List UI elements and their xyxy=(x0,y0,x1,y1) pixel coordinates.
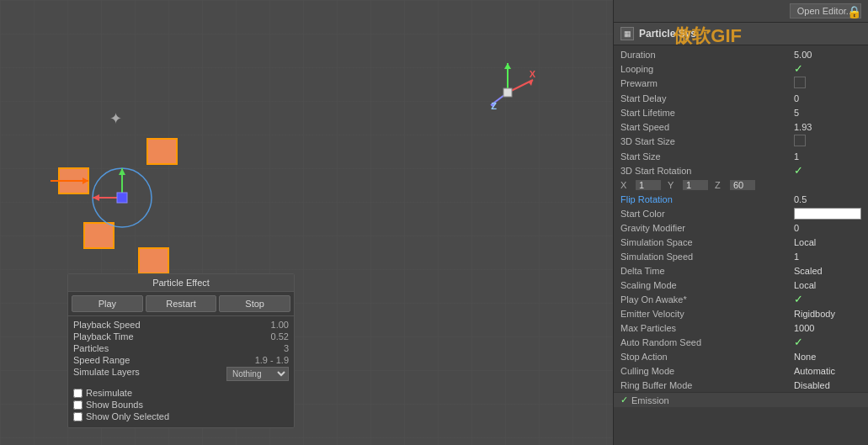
flip-rotation-label: Flip Rotation xyxy=(620,194,794,204)
speed-range-label: Speed Range xyxy=(73,355,130,365)
svg-marker-17 xyxy=(93,194,99,201)
gravity-modifier-value[interactable]: 0 xyxy=(794,223,861,233)
start-color-row: Start Color xyxy=(614,206,868,220)
particle-panel-title: Particle Effect xyxy=(68,274,294,292)
transform-gizmo xyxy=(88,164,156,233)
playback-time-label: Playback Time xyxy=(73,331,134,342)
resimulate-label: Resimulate xyxy=(86,388,132,398)
looping-label: Looping xyxy=(620,64,794,74)
delta-time-row: Delta Time Scaled xyxy=(614,263,868,278)
max-particles-row: Max Particles 1000 xyxy=(614,321,868,335)
simulation-speed-value[interactable]: 1 xyxy=(794,252,861,262)
start-speed-value[interactable]: 1.93 xyxy=(794,122,861,132)
culling-mode-value[interactable]: Automatic xyxy=(794,366,861,376)
play-on-awake-row: Play On Awake* ✓ xyxy=(614,292,868,306)
viewport: X Z < Persp ✦ xyxy=(0,0,613,445)
right-top-bar: Open Editor... xyxy=(614,0,868,23)
3d-start-rotation-row: 3D Start Rotation ✓ xyxy=(614,163,868,177)
duration-value[interactable]: 5.00 xyxy=(794,50,861,60)
ring-buffer-mode-value[interactable]: Disabled xyxy=(794,380,861,390)
ring-buffer-mode-label: Ring Buffer Mode xyxy=(620,380,794,390)
looping-check[interactable]: ✓ xyxy=(794,62,861,75)
svg-rect-12 xyxy=(139,248,168,273)
show-bounds-checkbox[interactable] xyxy=(73,400,83,410)
emitter-velocity-label: Emitter Velocity xyxy=(620,309,794,319)
show-only-selected-checkbox[interactable] xyxy=(73,412,83,421)
simulation-space-value[interactable]: Local xyxy=(794,237,861,247)
scaling-mode-value[interactable]: Local xyxy=(794,280,861,290)
gravity-modifier-row: Gravity Modifier 0 xyxy=(614,220,868,235)
svg-rect-18 xyxy=(117,193,127,203)
3d-start-rotation-check[interactable]: ✓ xyxy=(794,164,861,177)
right-panel: Open Editor... 🔒 ▦ Particle Sys 傲软GIF Du… xyxy=(613,0,868,445)
restart-button[interactable]: Restart xyxy=(146,295,217,312)
particle-rows: Playback Speed 1.00 Playback Time 0.52 P… xyxy=(68,316,294,384)
simulate-layers-select[interactable]: Nothing Everything xyxy=(226,367,289,381)
prewarm-label: Prewarm xyxy=(620,78,794,88)
ps-title: Particle Sys xyxy=(639,28,696,40)
culling-mode-label: Culling Mode xyxy=(620,366,794,376)
play-button[interactable]: Play xyxy=(72,295,143,312)
ring-buffer-mode-row: Ring Buffer Mode Disabled xyxy=(614,378,868,392)
svg-rect-6 xyxy=(503,88,512,97)
simulate-layers-row: Simulate Layers Nothing Everything xyxy=(73,366,289,382)
3d-start-rotation-label: 3D Start Rotation xyxy=(620,166,794,176)
stop-action-label: Stop Action xyxy=(620,352,794,362)
xyz-row: X 1 Y 1 Z 60 xyxy=(614,177,868,192)
show-only-selected-row: Show Only Selected xyxy=(73,411,289,422)
emission-row[interactable]: ✓ Emission xyxy=(614,392,868,407)
flip-rotation-value[interactable]: 0.5 xyxy=(794,194,861,204)
play-on-awake-check[interactable]: ✓ xyxy=(794,293,861,305)
3d-start-size-check[interactable] xyxy=(794,135,861,148)
playback-speed-value: 1.00 xyxy=(271,320,289,330)
duration-row: Duration 5.00 xyxy=(614,47,868,61)
lock-icon[interactable]: 🔒 xyxy=(847,5,861,19)
resimulate-checkbox[interactable] xyxy=(73,389,83,398)
3d-start-size-label: 3D Start Size xyxy=(620,136,794,146)
playback-speed-row: Playback Speed 1.00 xyxy=(73,319,289,331)
start-lifetime-value[interactable]: 5 xyxy=(794,108,861,118)
speed-range-value: 1.9 - 1.9 xyxy=(255,355,289,365)
delta-time-value[interactable]: Scaled xyxy=(794,266,861,276)
light-icon: ✦ xyxy=(109,109,122,128)
svg-marker-15 xyxy=(119,168,125,175)
start-color-swatch[interactable] xyxy=(794,208,861,220)
particle-checkboxes: Resimulate Show Bounds Show Only Selecte… xyxy=(68,384,294,427)
max-particles-value[interactable]: 1000 xyxy=(794,323,861,333)
prewarm-check[interactable] xyxy=(794,77,861,90)
start-delay-value[interactable]: 0 xyxy=(794,93,861,103)
start-size-row: Start Size 1 xyxy=(614,149,868,163)
auto-random-seed-check[interactable]: ✓ xyxy=(794,336,861,348)
3d-start-size-row: 3D Start Size xyxy=(614,134,868,149)
scaling-mode-row: Scaling Mode Local xyxy=(614,278,868,292)
ps-header: ▦ Particle Sys xyxy=(614,23,868,45)
delta-time-label: Delta Time xyxy=(620,266,794,276)
auto-random-seed-label: Auto Random Seed xyxy=(620,337,794,347)
max-particles-label: Max Particles xyxy=(620,323,794,333)
start-size-value[interactable]: 1 xyxy=(794,151,861,162)
axis-z-label: Z xyxy=(491,101,497,111)
gravity-modifier-label: Gravity Modifier xyxy=(620,223,794,233)
particles-row: Particles 3 xyxy=(73,342,289,354)
play-on-awake-label: Play On Awake* xyxy=(620,294,794,305)
flip-rotation-row: Flip Rotation 0.5 xyxy=(614,192,868,206)
3d-start-size-unchecked-icon xyxy=(794,135,806,146)
start-speed-label: Start Speed xyxy=(620,122,794,132)
prewarm-row: Prewarm xyxy=(614,76,868,91)
stop-button[interactable]: Stop xyxy=(219,295,290,312)
y-value[interactable]: 1 xyxy=(683,180,708,190)
resimulate-row: Resimulate xyxy=(73,387,289,399)
x-value[interactable]: 1 xyxy=(636,180,661,190)
speed-range-row: Speed Range 1.9 - 1.9 xyxy=(73,354,289,366)
duration-label: Duration xyxy=(620,50,794,60)
z-label: Z xyxy=(715,180,727,190)
z-value[interactable]: 60 xyxy=(730,180,755,190)
svg-rect-10 xyxy=(147,139,177,164)
looping-row: Looping ✓ xyxy=(614,61,868,76)
emitter-velocity-value[interactable]: Rigidbody xyxy=(794,309,861,319)
playback-speed-label: Playback Speed xyxy=(73,320,141,330)
stop-action-value[interactable]: None xyxy=(794,352,861,362)
prewarm-unchecked-icon xyxy=(794,77,806,88)
show-bounds-row: Show Bounds xyxy=(73,399,289,411)
stop-action-row: Stop Action None xyxy=(614,349,868,363)
